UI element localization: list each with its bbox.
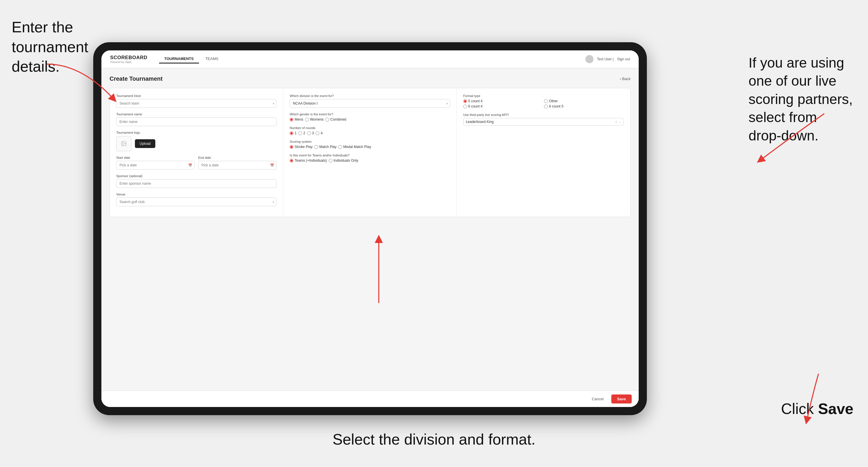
rounds-radio-group: 1 2 3 4 xyxy=(290,131,450,135)
tournament-host-label: Tournament Host xyxy=(116,94,277,98)
format-6count4-label: 6 count 4 xyxy=(468,104,483,108)
signout-link[interactable]: Sign out xyxy=(617,57,630,61)
venue-dropdown-arrow-icon: ▾ xyxy=(273,200,274,204)
live-scoring-label: Use third-party live scoring API? xyxy=(463,113,624,117)
svg-point-1 xyxy=(123,143,124,143)
avatar xyxy=(585,55,593,63)
live-scoring-group: Use third-party live scoring API? Leader… xyxy=(463,113,624,126)
tablet-screen: SCOREBOARD Powered by clippit TOURNAMENT… xyxy=(101,51,639,407)
form-col-3: Format type 5 count 4 Other 6 count 4 xyxy=(457,88,630,217)
start-date-group: Start date 📅 xyxy=(116,156,195,169)
division-label: Which division is the event for? xyxy=(290,94,450,98)
start-date-input[interactable] xyxy=(116,161,195,169)
brand: SCOREBOARD Powered by clippit xyxy=(110,55,148,63)
end-date-group: End date 📅 xyxy=(198,156,277,169)
teams-option-label: Teams (+Individuals) xyxy=(294,158,327,162)
tournament-logo-label: Tournament logo xyxy=(116,131,277,134)
sponsor-input[interactable] xyxy=(116,179,277,188)
save-button[interactable]: Save xyxy=(611,395,632,404)
rounds-group: Number of rounds 1 2 3 xyxy=(290,126,450,135)
gender-mens-label: Mens xyxy=(294,117,303,122)
scoring-medal-label: Medal Match Play xyxy=(343,145,371,149)
gender-combined-label: Combined xyxy=(331,117,346,122)
tournament-name-label: Tournament name xyxy=(116,113,277,116)
upload-button[interactable]: Upload xyxy=(135,139,155,148)
tournament-name-input[interactable] xyxy=(116,117,277,126)
calendar-icon-end: 📅 xyxy=(270,163,274,167)
sponsor-group: Sponsor (optional) xyxy=(116,174,277,188)
rounds-4-label: 4 xyxy=(320,131,322,135)
format-5count4[interactable]: 5 count 4 xyxy=(463,99,543,103)
rounds-2[interactable]: 2 xyxy=(298,131,305,135)
teams-option[interactable]: Teams (+Individuals) xyxy=(290,158,327,162)
sponsor-label: Sponsor (optional) xyxy=(116,174,277,178)
gender-group: Which gender is the event for? Mens Wome… xyxy=(290,113,450,122)
venue-group: Venue ▾ xyxy=(116,193,277,206)
gender-combined[interactable]: Combined xyxy=(326,117,346,122)
tournament-logo-group: Tournament logo Upload xyxy=(116,131,277,151)
navbar: SCOREBOARD Powered by clippit TOURNAMENT… xyxy=(101,51,639,68)
venue-input-wrap: ▾ xyxy=(116,197,277,206)
tablet-device: SCOREBOARD Powered by clippit TOURNAMENT… xyxy=(93,42,647,415)
live-scoring-input-wrap[interactable]: Leaderboard King × ⌄ xyxy=(463,118,624,126)
annotation-save-bold: Save xyxy=(818,400,854,417)
rounds-3[interactable]: 3 xyxy=(307,131,314,135)
end-date-input[interactable] xyxy=(198,161,277,169)
navbar-tabs: TOURNAMENTS TEAMS xyxy=(159,55,585,63)
tab-tournaments[interactable]: TOURNAMENTS xyxy=(159,55,199,63)
tournament-host-field-wrap: ▾ xyxy=(116,99,277,108)
scoring-match-label: Match Play xyxy=(319,145,337,149)
gender-radio-group: Mens Womens Combined xyxy=(290,117,450,122)
teams-radio-group: Teams (+Individuals) Individuals Only xyxy=(290,158,450,162)
division-input[interactable] xyxy=(290,99,450,108)
rounds-2-label: 2 xyxy=(303,131,305,135)
teams-label: Is this event for Teams and/or Individua… xyxy=(290,154,450,157)
rounds-1[interactable]: 1 xyxy=(290,131,297,135)
venue-label: Venue xyxy=(116,193,277,196)
gender-mens[interactable]: Mens xyxy=(290,117,303,122)
tournament-name-group: Tournament name xyxy=(116,113,277,126)
rounds-label: Number of rounds xyxy=(290,126,450,130)
back-button[interactable]: Back xyxy=(620,76,630,81)
cancel-button[interactable]: Cancel xyxy=(587,395,608,404)
format-6count5-label: 6 count 5 xyxy=(549,104,563,108)
start-date-wrap: 📅 xyxy=(116,161,195,169)
scoring-group: Scoring system Stroke Play Match Play Me… xyxy=(290,140,450,149)
scoring-medal[interactable]: Medal Match Play xyxy=(338,145,371,149)
format-other-label: Other xyxy=(549,99,558,103)
brand-title: SCOREBOARD xyxy=(110,55,148,61)
rounds-3-label: 3 xyxy=(312,131,314,135)
format-6count5[interactable]: 6 count 5 xyxy=(544,104,624,108)
scoring-stroke-label: Stroke Play xyxy=(294,145,312,149)
logo-upload-area: Upload xyxy=(116,136,277,151)
division-group: Which division is the event for? ▾ xyxy=(290,94,450,108)
clear-live-scoring-icon[interactable]: × xyxy=(615,120,617,124)
rounds-4[interactable]: 4 xyxy=(315,131,322,135)
calendar-icon: 📅 xyxy=(188,163,192,167)
form-col-2: Which division is the event for? ▾ Which… xyxy=(283,88,457,217)
annotation-topleft: Enter thetournamentdetails. xyxy=(12,18,105,76)
start-date-label: Start date xyxy=(116,156,195,159)
date-row: Start date 📅 End date xyxy=(116,156,277,169)
user-label: Test User | xyxy=(597,57,614,61)
tournament-host-input[interactable] xyxy=(116,99,277,108)
individuals-option[interactable]: Individuals Only xyxy=(329,158,359,162)
page-header: Create Tournament Back xyxy=(110,75,630,82)
division-arrow-icon: ▾ xyxy=(446,102,448,105)
venue-input[interactable] xyxy=(116,197,277,206)
format-6count4[interactable]: 6 count 4 xyxy=(463,104,543,108)
gender-womens-label: Womens xyxy=(310,117,324,122)
tab-teams[interactable]: TEAMS xyxy=(200,55,224,63)
annotation-bottomcenter: Select the division and format. xyxy=(333,430,535,449)
gender-womens[interactable]: Womens xyxy=(305,117,324,122)
format-type-group: Format type 5 count 4 Other 6 count 4 xyxy=(463,94,624,108)
division-select-wrap: ▾ xyxy=(290,99,450,108)
logo-placeholder xyxy=(116,136,131,151)
format-other[interactable]: Other xyxy=(544,99,624,103)
format-type-label: Format type xyxy=(463,94,624,98)
app-container: SCOREBOARD Powered by clippit TOURNAMENT… xyxy=(101,51,639,407)
chevron-down-icon: ⌄ xyxy=(619,120,621,124)
scoring-stroke[interactable]: Stroke Play xyxy=(290,145,312,149)
scoring-match[interactable]: Match Play xyxy=(314,145,337,149)
form-grid: Tournament Host ▾ Tournament name Tourna xyxy=(110,88,630,217)
